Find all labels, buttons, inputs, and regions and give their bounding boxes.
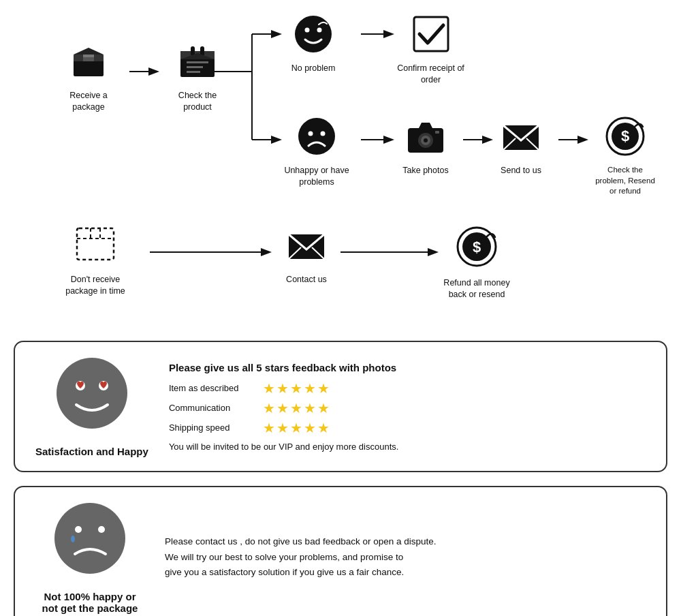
svg-point-58 [75, 526, 82, 533]
dont-receive-label: Don't receive package in time [61, 274, 129, 297]
star-row-2: Communication ★★★★★ [169, 400, 646, 416]
photos-node: Take photos [392, 116, 460, 176]
happy-feedback-box: Satisfaction and Happy Please give us al… [14, 341, 667, 472]
svg-point-26 [317, 28, 322, 33]
send-us-label: Send to us [501, 165, 541, 176]
contact-node: Contact us [272, 225, 340, 286]
stars-2: ★★★★★ [263, 400, 331, 416]
contact-icon [286, 225, 327, 271]
happy-face-section: Satisfaction and Happy [35, 356, 148, 457]
vip-text: You will be invited to be our VIP and en… [169, 442, 646, 452]
receive-label: Receive a package [54, 90, 123, 113]
sad-contact-box: Not 100% happy or not get the package Pl… [14, 486, 667, 616]
sad-face-icon [52, 501, 127, 585]
happy-face-icon [54, 356, 129, 440]
svg-point-30 [321, 132, 326, 136]
unhappy-node: Unhappy or have problems [279, 116, 354, 188]
receive-node: Receive a package [51, 41, 126, 113]
svg-rect-14 [83, 55, 94, 57]
happy-face-label: Satisfaction and Happy [35, 446, 148, 457]
no-problem-label: No problem [291, 63, 336, 74]
svg-rect-21 [187, 61, 208, 63]
flow-diagram: Receive a package Check the product [14, 14, 681, 327]
sad-face-label: Not 100% happy or not get the package [35, 591, 144, 614]
unhappy-label: Unhappy or have problems [283, 165, 351, 188]
svg-rect-35 [435, 131, 439, 134]
refund-label: Refund all money back or resend [443, 277, 511, 301]
refund-icon: $ [455, 225, 499, 275]
svg-text:$: $ [472, 238, 480, 256]
svg-point-29 [308, 132, 313, 136]
star-row-1: Item as described ★★★★★ [169, 380, 646, 397]
svg-point-34 [424, 138, 428, 142]
star-label-1: Item as described [169, 383, 257, 393]
stars-3: ★★★★★ [263, 420, 331, 436]
confirm-icon [411, 14, 452, 60]
check-label: Check the product [163, 90, 232, 113]
svg-marker-15 [74, 48, 104, 55]
feedback-title: Please give us all 5 stars feedback with… [169, 362, 646, 373]
svg-rect-22 [187, 66, 203, 68]
check-node: Check the product [160, 41, 235, 113]
no-problem-icon [293, 14, 334, 60]
svg-point-59 [98, 526, 105, 533]
check-problem-node: $ Check the problem, Resend or refund [584, 116, 666, 197]
contact-line-2: We will try our best to solve your probl… [165, 550, 437, 566]
svg-point-25 [305, 28, 310, 33]
contact-line-1: Please contact us , do not give us bad f… [165, 534, 437, 550]
stars-1: ★★★★★ [263, 380, 331, 397]
star-row-3: Shipping speed ★★★★★ [169, 420, 646, 436]
unhappy-icon [296, 116, 337, 162]
dont-receive-icon [72, 221, 119, 271]
confirm-label: Confirm receipt of order [397, 63, 465, 86]
contact-line-3: give you a satisfactory solution if you … [165, 565, 437, 581]
sad-face-section: Not 100% happy or not get the package [35, 501, 144, 614]
no-problem-node: No problem [279, 14, 347, 74]
svg-point-52 [57, 358, 127, 429]
refund-node: $ Refund all money back or resend [436, 225, 518, 301]
photos-icon [405, 116, 446, 162]
svg-text:$: $ [621, 127, 629, 144]
svg-rect-23 [187, 71, 200, 73]
contact-content: Please contact us , do not give us bad f… [165, 534, 437, 581]
check-icon [177, 41, 218, 87]
check-problem-label: Check the problem, Resend or refund [595, 165, 656, 197]
svg-point-57 [54, 503, 125, 574]
receive-icon [68, 41, 109, 87]
confirm-node: Confirm receipt of order [392, 14, 470, 86]
send-us-node: Send to us [490, 116, 552, 176]
dont-receive-node: Don't receive package in time [51, 221, 140, 297]
svg-rect-42 [77, 228, 114, 260]
star-label-2: Communication [169, 403, 257, 413]
photos-label: Take photos [402, 165, 448, 176]
check-problem-icon: $ [605, 116, 646, 162]
contact-label: Contact us [286, 274, 327, 286]
svg-point-60 [71, 536, 75, 542]
svg-point-28 [298, 118, 335, 155]
feedback-content: Please give us all 5 stars feedback with… [169, 362, 646, 452]
send-us-icon [501, 116, 541, 162]
star-label-3: Shipping speed [169, 422, 257, 433]
svg-point-24 [295, 16, 332, 52]
